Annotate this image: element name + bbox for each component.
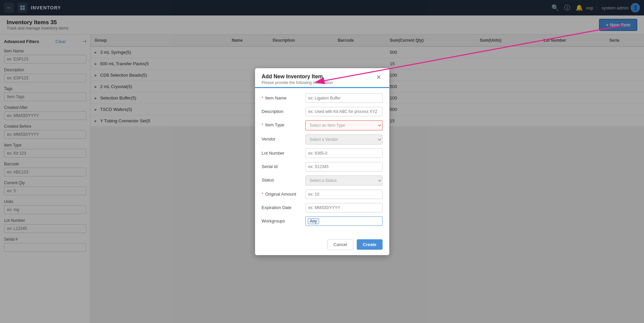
- lot-number-label: Lot Number: [262, 149, 302, 156]
- create-button[interactable]: Create: [357, 239, 382, 250]
- form-row-description: Description: [262, 107, 383, 116]
- status-select[interactable]: Select a Status: [305, 175, 383, 186]
- add-inventory-modal: Add New Inventory Item Please provide th…: [255, 68, 389, 255]
- description-input[interactable]: [305, 107, 383, 116]
- modal-overlay: Add New Inventory Item Please provide th…: [0, 0, 644, 323]
- expiration-date-input[interactable]: [305, 203, 383, 212]
- original-amount-input[interactable]: [305, 190, 383, 199]
- workgroups-label: Workgroups: [262, 216, 302, 224]
- required-star-2: *: [262, 122, 263, 127]
- form-row-item-name: * Item Name: [262, 93, 383, 103]
- item-type-select[interactable]: Select an Item Type: [305, 120, 383, 130]
- form-row-expiration-date: Expiration Date: [262, 203, 383, 212]
- item-name-label: * Item Name: [262, 93, 302, 100]
- modal-title: Add New Inventory Item: [262, 74, 333, 80]
- required-star-3: *: [262, 192, 263, 197]
- form-row-lot-number: Lot Number: [262, 149, 383, 158]
- modal-body: * Item Name Description * Item Type Sele…: [255, 88, 389, 235]
- modal-close-button[interactable]: ✕: [375, 74, 383, 81]
- lot-number-input[interactable]: [305, 149, 383, 158]
- modal-title-block: Add New Inventory Item Please provide th…: [262, 74, 333, 85]
- form-row-original-amount: * Original Amount: [262, 190, 383, 199]
- workgroup-tag-any: Any: [308, 218, 319, 224]
- serial-id-input[interactable]: [305, 162, 383, 171]
- form-row-serial-id: Serial Id: [262, 162, 383, 171]
- item-type-label: * Item Type: [262, 120, 302, 127]
- expiration-date-label: Expiration Date: [262, 203, 302, 210]
- modal-header: Add New Inventory Item Please provide th…: [255, 68, 389, 88]
- vendor-select[interactable]: Select a Vendor: [305, 134, 383, 145]
- form-row-status: Status Select a Status: [262, 175, 383, 186]
- description-label: Description: [262, 107, 302, 114]
- form-row-workgroups: Workgroups Any: [262, 216, 383, 226]
- status-label: Status: [262, 175, 302, 183]
- original-amount-label: * Original Amount: [262, 190, 302, 197]
- form-row-vendor: Vendor Select a Vendor: [262, 134, 383, 145]
- modal-subtitle: Please provide the following information: [262, 80, 333, 85]
- form-row-item-type: * Item Type Select an Item Type: [262, 120, 383, 130]
- required-star: *: [262, 95, 263, 100]
- item-name-input[interactable]: [305, 93, 383, 103]
- vendor-label: Vendor: [262, 134, 302, 142]
- workgroups-field[interactable]: Any: [305, 216, 383, 226]
- modal-footer: Cancel Create: [255, 235, 389, 255]
- serial-id-label: Serial Id: [262, 162, 302, 169]
- cancel-button[interactable]: Cancel: [327, 239, 353, 250]
